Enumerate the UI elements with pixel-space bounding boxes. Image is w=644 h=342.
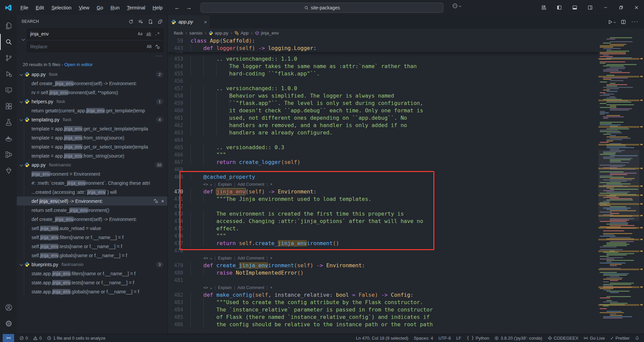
toggle-secondary-sidebar-icon[interactable] bbox=[582, 0, 598, 15]
back-icon[interactable]: ← bbox=[174, 4, 180, 11]
explorer-icon[interactable] bbox=[0, 18, 17, 34]
close-icon[interactable] bbox=[629, 0, 644, 15]
codelens-action[interactable]: Explain bbox=[218, 256, 232, 261]
gem-icon[interactable] bbox=[0, 163, 17, 179]
codelens-action[interactable]: Explain bbox=[218, 285, 232, 290]
result-file-row[interactable]: helpers.pyflask1 bbox=[17, 97, 167, 106]
command-center-search[interactable]: site-packages bbox=[201, 3, 443, 13]
codelens-action[interactable]: Add Comment bbox=[237, 182, 264, 187]
menu-go[interactable]: Go bbox=[94, 4, 106, 12]
codegeex-lens-icon[interactable]: <> bbox=[203, 285, 208, 290]
menu-file[interactable]: File bbox=[17, 4, 31, 12]
replace-icon[interactable] bbox=[154, 199, 158, 203]
flow-icon[interactable] bbox=[0, 147, 17, 163]
status-0[interactable]: 0 bbox=[31, 334, 44, 342]
result-match-row[interactable]: jinja_environment = Environment bbox=[17, 169, 167, 178]
status-lf[interactable]: LF bbox=[453, 334, 464, 342]
menu-edit[interactable]: Edit bbox=[33, 4, 47, 12]
restore-icon[interactable] bbox=[613, 0, 629, 15]
codelens-close-icon[interactable]: × bbox=[270, 182, 272, 187]
extensions-icon[interactable] bbox=[0, 98, 17, 114]
open-in-editor-link[interactable]: Open in editor bbox=[64, 62, 93, 67]
result-file-row[interactable]: app.pyflask\sansio10 bbox=[17, 160, 167, 169]
refresh-icon[interactable] bbox=[128, 19, 133, 24]
codegeex-lens-icon[interactable]: <> bbox=[203, 256, 208, 261]
customize-layout-icon[interactable] bbox=[536, 0, 551, 15]
menu-terminal[interactable]: Terminal bbox=[124, 4, 148, 12]
result-match-row[interactable]: ...created (accessing :attr:`jinja_env`)… bbox=[17, 187, 167, 196]
result-match-row[interactable]: state.app.jinja_env.tests[name or f.__na… bbox=[17, 278, 167, 287]
account-icon[interactable] bbox=[0, 299, 17, 316]
search-input[interactable] bbox=[30, 31, 136, 37]
whole-word-icon[interactable]: ab bbox=[145, 31, 152, 37]
run-python-file-icon[interactable] bbox=[608, 19, 615, 24]
result-match-row[interactable]: return self.create_jinja_environment() bbox=[17, 206, 167, 215]
forward-icon[interactable]: → bbox=[186, 4, 192, 11]
testing-icon[interactable] bbox=[0, 114, 17, 130]
toggle-panel-icon[interactable] bbox=[567, 0, 582, 15]
status-3-8-20-py38-conda-[interactable]: 3.8.20 ('py38': conda) bbox=[492, 334, 545, 342]
replace-input[interactable] bbox=[30, 44, 145, 49]
codelens-close-icon[interactable]: × bbox=[270, 256, 272, 261]
source-control-icon[interactable] bbox=[0, 50, 17, 66]
result-file-row[interactable]: templating.pyflask4 bbox=[17, 115, 167, 124]
codelens-action[interactable]: Add Comment bbox=[237, 285, 264, 290]
status-python[interactable]: { }Python bbox=[464, 334, 492, 342]
breadcrumb-jinja_env[interactable]: jinja_env bbox=[255, 31, 279, 36]
result-file-row[interactable]: blueprints.pyflask\sansio3 bbox=[17, 260, 167, 269]
docker-icon[interactable] bbox=[0, 130, 17, 147]
status-prettier[interactable]: ✓Prettier bbox=[607, 334, 632, 342]
replace-all-icon[interactable] bbox=[154, 44, 161, 50]
status-ln-470-col-18-9-selected-[interactable]: Ln 470, Col 18 (9 selected) bbox=[353, 334, 411, 342]
regex-icon[interactable]: .* bbox=[154, 31, 161, 37]
run-debug-icon[interactable] bbox=[0, 66, 17, 82]
codelens-close-icon[interactable]: × bbox=[270, 285, 272, 290]
minimap[interactable] bbox=[598, 37, 639, 334]
breadcrumb-App[interactable]: App bbox=[234, 31, 249, 36]
remote-indicator[interactable]: >< bbox=[3, 334, 14, 342]
status-spaces-4[interactable]: Spaces: 4 bbox=[411, 334, 436, 342]
result-file-row[interactable]: app.pyflask2 bbox=[17, 70, 167, 79]
result-match-row[interactable]: self.jinja_env.auto_reload = value bbox=[17, 224, 167, 233]
menu-run[interactable]: Run bbox=[108, 4, 123, 12]
split-editor-icon[interactable] bbox=[621, 19, 626, 24]
more-actions-icon[interactable]: ··· bbox=[17, 54, 167, 59]
minimize-icon[interactable] bbox=[598, 0, 613, 15]
status-go-live[interactable]: Go Live bbox=[581, 334, 607, 342]
new-search-editor-icon[interactable] bbox=[148, 19, 153, 24]
replace-field[interactable]: AB bbox=[27, 41, 163, 52]
status-bell[interactable] bbox=[632, 334, 642, 342]
overview-ruler[interactable] bbox=[639, 37, 644, 334]
result-match-row[interactable]: def jinja_env(self) -> Environment:× bbox=[17, 196, 167, 206]
codelens-action[interactable]: Add Comment bbox=[237, 256, 264, 261]
result-match-row[interactable]: #: :meth:`create_jinja_environment`. Cha… bbox=[17, 178, 167, 187]
result-match-row[interactable]: self.jinja_env.filters[name or f.__name_… bbox=[17, 233, 167, 242]
result-match-row[interactable]: template = app.jinja_env.get_or_select_t… bbox=[17, 142, 167, 151]
toggle-primary-sidebar-icon[interactable] bbox=[551, 0, 567, 15]
codelens-action[interactable]: Explain bbox=[218, 182, 232, 187]
result-match-row[interactable]: self.jinja_env.tests[name or f.__name__]… bbox=[17, 242, 167, 251]
editor[interactable]: 59class App(Scaffold):443 def logger(sel… bbox=[168, 37, 644, 334]
copilot-menu[interactable] bbox=[452, 3, 461, 9]
breadcrumb-app-py[interactable]: app.py bbox=[209, 31, 228, 36]
breadcrumb-flask[interactable]: flask bbox=[174, 31, 183, 36]
preserve-case-icon[interactable]: AB bbox=[146, 44, 153, 50]
menu-help[interactable]: Help bbox=[150, 4, 166, 12]
result-match-row[interactable]: rv = self.jinja_environment(self, **opti… bbox=[17, 88, 167, 97]
result-match-row[interactable]: template = app.jinja_env.from_string(sou… bbox=[17, 151, 167, 160]
menu-selection[interactable]: Selection bbox=[48, 4, 74, 12]
result-match-row[interactable]: self.jinja_env.globals[name or f.__name_… bbox=[17, 251, 167, 260]
codegeex-lens-icon[interactable]: <> bbox=[203, 182, 208, 187]
clear-results-icon[interactable] bbox=[138, 19, 143, 24]
menu-view[interactable]: View bbox=[76, 4, 92, 12]
result-match-row[interactable]: def create_jinja_environment(self) -> En… bbox=[17, 215, 167, 224]
match-case-icon[interactable]: Aa bbox=[137, 31, 144, 37]
editor-more-actions-icon[interactable]: ··· bbox=[631, 19, 639, 25]
collapse-all-icon[interactable] bbox=[158, 19, 163, 24]
toggle-replace-chevron[interactable] bbox=[19, 28, 27, 54]
tab-app-py[interactable]: app.py × bbox=[168, 15, 211, 28]
search-icon[interactable] bbox=[0, 34, 17, 50]
search-field[interactable]: Aa ab .* bbox=[27, 28, 163, 39]
result-match-row[interactable]: template = app.jinja_env.get_or_select_t… bbox=[17, 124, 167, 133]
result-match-row[interactable]: state.app.jinja_env.globals[name or f.__… bbox=[17, 287, 167, 296]
